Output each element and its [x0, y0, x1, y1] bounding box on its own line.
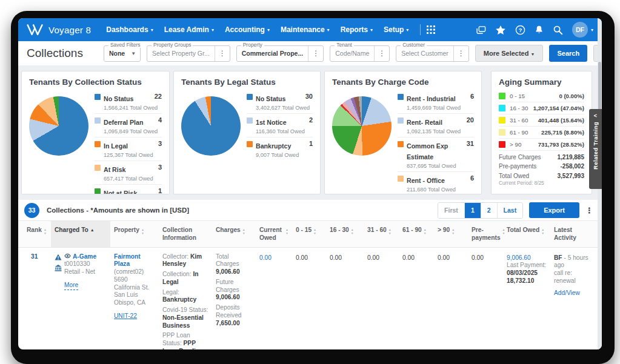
saved-filters-select[interactable]: Saved Filters None ▼: [104, 45, 141, 62]
charges-cell: Total Charges9,006.60Future Charges9,006…: [212, 248, 256, 350]
column-header-current-owed[interactable]: Current Owed▲▼: [256, 221, 292, 247]
unit-link[interactable]: UNIT-22: [114, 313, 137, 320]
search-icon[interactable]: [553, 25, 563, 35]
tenant-field[interactable]: Tenant Code/Name ⋮: [330, 45, 390, 62]
kebab-icon[interactable]: ⋮: [453, 46, 468, 61]
chart-legend: No Status3,402,627 Total Owed301st Notic…: [247, 90, 313, 160]
column-header-31-60[interactable]: 31 - 60▲▼: [364, 221, 399, 247]
chart-card-tenants-by-charge-code: Tenants By Charge CodeRent - Industrial1…: [324, 71, 482, 194]
aging-bucket-cell: 0.00: [399, 248, 434, 350]
page-button-last[interactable]: Last: [498, 203, 523, 218]
kebab-icon[interactable]: ⋮: [308, 46, 323, 61]
add-view-link[interactable]: Add/View: [554, 290, 580, 297]
legend-label: Common Exp Estimate: [407, 142, 448, 160]
kebab-icon[interactable]: ⋮: [374, 46, 389, 61]
prepayments-cell: 0.00: [468, 248, 503, 350]
star-icon[interactable]: [495, 25, 506, 35]
related-training-tab[interactable]: < Related Training: [589, 109, 602, 189]
column-header-charges[interactable]: Charges▲▼: [212, 221, 256, 247]
summary-value: -258,002: [561, 163, 584, 170]
search-button[interactable]: Search: [549, 45, 587, 62]
nav-item-accounting[interactable]: Accounting▾: [225, 25, 270, 34]
more-link[interactable]: More: [64, 282, 78, 290]
sort-icon: ▲▼: [388, 228, 392, 235]
saved-filters-value: None: [104, 50, 130, 57]
legend-total-owed: 125,367 Total Owed: [104, 152, 153, 158]
window-frame: Voyager 8 Dashboards▾Lease Admin▾Account…: [11, 11, 615, 364]
sort-asc-icon: ▲: [90, 227, 95, 233]
screenshot-canvas: Voyager 8 Dashboards▾Lease Admin▾Account…: [0, 0, 620, 364]
nav-item-setup[interactable]: Setup▾: [384, 25, 408, 34]
export-button[interactable]: Export: [529, 202, 579, 218]
aging-value: 225,715 (8.80%): [541, 129, 584, 136]
kebab-icon[interactable]: ⋮: [215, 46, 230, 61]
aging-row-0-15: 0 - 150 (0.00%): [499, 90, 584, 102]
legend-swatch: [95, 117, 101, 124]
brand-name: Voyager 8: [48, 25, 91, 35]
page-button-first[interactable]: First: [438, 203, 465, 218]
apps-grid-icon[interactable]: [427, 25, 435, 34]
total-owed-link[interactable]: 9,006.60: [507, 254, 531, 261]
windows-icon[interactable]: [476, 25, 486, 35]
property-groups-value: Select Property Gr...: [147, 50, 215, 57]
help-icon[interactable]: ?: [515, 25, 525, 35]
aging-label: 16 - 30: [510, 105, 528, 111]
chart-title: Tenants By Charge Code: [332, 78, 474, 87]
column-header-16-30[interactable]: 16 - 30▲▼: [326, 221, 364, 247]
column-header-charged-to[interactable]: Charged To▲: [51, 221, 110, 247]
column-header-latest-activity: Latest Activity: [550, 221, 597, 247]
column-header-pre-payments[interactable]: Pre-payments▲▼: [468, 221, 503, 247]
sort-icon: ▲▼: [313, 228, 316, 235]
legend-count: 4: [155, 116, 162, 124]
page-button-2[interactable]: 2: [481, 203, 498, 218]
user-menu[interactable]: DF ▾: [572, 22, 593, 38]
aging-label: 0 - 15: [510, 93, 525, 99]
legend-swatch: [95, 94, 101, 100]
aging-summary-future-charges: Future Charges1,219,885: [499, 151, 584, 160]
property-groups-field[interactable]: Property Groups Select Property Gr... ⋮: [147, 45, 230, 62]
bell-icon[interactable]: [535, 25, 544, 35]
summary-label: Total OwedCurrent Period: 8/25: [499, 173, 544, 186]
customer-field[interactable]: Customer Select Customer ⋮: [396, 45, 469, 62]
lease-type: Retail - Net: [64, 268, 96, 276]
legend-total-owed: 1,459,669 Total Owed: [407, 105, 461, 111]
column-header-61-90[interactable]: 61 - 90▲▼: [399, 221, 434, 247]
kebab-icon[interactable]: ⋮: [585, 206, 593, 215]
nav-item-lease-admin[interactable]: Lease Admin▾: [164, 25, 214, 34]
avatar[interactable]: DF: [572, 22, 588, 38]
legend-item-no-status: No Status3,402,627 Total Owed30: [247, 90, 313, 114]
current-owed-link[interactable]: 0.00: [259, 254, 272, 261]
table-body: 31A-Gamet0010330Retail - NetMoreFairmont…: [18, 248, 602, 350]
column-header-90[interactable]: > 90▲▼: [434, 221, 468, 247]
legend-swatch: [398, 176, 404, 182]
chart-card-tenants-by-legal-status: Tenants By Legal StatusNo Status3,402,62…: [173, 71, 321, 194]
tenant-value: Code/Name: [330, 50, 374, 57]
legend-item-not-at-risk: Not at Risk83,120 Total Owed1: [95, 185, 162, 194]
property-label: Property: [241, 42, 264, 48]
column-header-rank[interactable]: Rank▲▼: [23, 221, 51, 247]
nav-item-dashboards[interactable]: Dashboards▾: [106, 25, 153, 34]
nav-item-reports[interactable]: Reports▾: [341, 25, 373, 34]
summary-label: Future Charges: [499, 154, 541, 160]
column-header-0-15[interactable]: 0 - 15▲▼: [292, 221, 326, 247]
sort-icon: ▲▼: [242, 228, 245, 235]
property-link[interactable]: Fairmont Plaza: [114, 253, 141, 268]
legend-total-owed: 211,680 Total Owed: [407, 187, 456, 193]
legend-label: Not at Risk: [104, 190, 137, 194]
legend-label: In Legal: [104, 142, 128, 150]
nav-item-maintenance[interactable]: Maintenance▾: [281, 25, 330, 34]
tenant-link[interactable]: A-Game: [73, 253, 96, 261]
property-field[interactable]: Property Commercial Prope... ⋮: [236, 45, 324, 62]
legend-item-at-risk: At Risk657,417 Total Owed3: [95, 161, 162, 185]
more-selected-button[interactable]: More Selected ▼: [475, 45, 544, 62]
page-button-1[interactable]: 1: [465, 203, 481, 218]
aging-row-16-30: 16 - 301,207,154 (47.04%): [499, 102, 584, 114]
eye-icon[interactable]: [64, 253, 71, 261]
column-header-total-owed[interactable]: Total Owed▲▼: [503, 221, 550, 247]
legend-count: 3: [155, 164, 162, 171]
column-header-property[interactable]: Property▲▼: [110, 221, 159, 247]
chevron-down-icon: ▾: [370, 27, 373, 33]
legend-label: 1st Notice: [256, 119, 287, 126]
legend-swatch: [247, 94, 253, 100]
chevron-down-icon: ▾: [267, 27, 270, 33]
